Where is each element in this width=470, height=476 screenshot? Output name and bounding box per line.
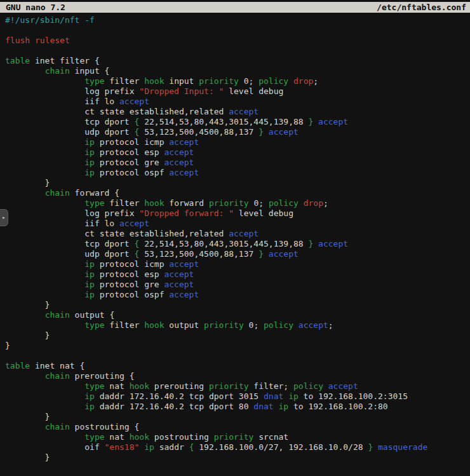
code-token: srcnat — [253, 432, 288, 442]
code-token: } — [5, 178, 50, 187]
code-token — [5, 290, 84, 299]
code-token: priority — [204, 320, 244, 330]
code-token — [373, 442, 378, 452]
code-token: } — [5, 300, 50, 309]
code-token: tcp dport — [5, 239, 135, 248]
code-token: oif — [5, 442, 105, 452]
code-token: input { — [70, 66, 110, 76]
code-token: 0; — [239, 76, 258, 86]
code-token: masquerade — [378, 442, 427, 452]
code-line: ip protocol ospf accept — [5, 290, 470, 300]
code-token: ip — [84, 168, 95, 177]
code-line: iif lo accept — [5, 97, 470, 107]
code-token — [5, 280, 84, 289]
code-token: "Dropped Input: " — [139, 86, 224, 96]
code-token: policy — [293, 381, 323, 391]
code-token: ip — [144, 442, 154, 452]
code-token: 0; — [244, 320, 264, 330]
code-token: ; — [313, 76, 318, 86]
code-token: ip — [84, 280, 95, 289]
code-token: accept — [299, 320, 328, 330]
code-token: chain — [45, 422, 70, 432]
code-token: ip — [288, 391, 299, 401]
code-token: table — [5, 56, 30, 65]
code-token: accept — [269, 127, 299, 137]
code-token: accept — [164, 280, 194, 289]
code-line: chain prerouting { — [5, 371, 470, 381]
code-token — [293, 320, 299, 330]
code-token: type — [84, 381, 104, 391]
code-token: ip — [84, 269, 95, 279]
code-line: log prefix "Dropped Input: " level debug — [5, 86, 470, 97]
code-token: protocol ospf — [95, 168, 169, 177]
code-line: type filter hook forward priority 0; pol… — [5, 198, 470, 208]
editor-content[interactable]: #!/usr/sbin/nft -f flush ruleset table i… — [0, 13, 470, 463]
code-token: hook — [144, 76, 164, 86]
code-token: 53,123,500,4500,88,137 — [139, 127, 258, 137]
code-token: protocol icmp — [95, 259, 169, 269]
code-token: table — [5, 361, 30, 371]
code-token — [5, 147, 84, 157]
code-token: prerouting { — [70, 371, 135, 381]
code-line: } — [5, 452, 470, 463]
code-token — [5, 310, 45, 320]
code-token: filter — [105, 76, 145, 86]
code-line: table inet filter { — [5, 56, 470, 66]
code-token: ct state established,related — [5, 107, 229, 116]
code-line: udp dport { 53,123,500,4500,88,137 } acc… — [5, 127, 470, 137]
code-line: ip protocol ospf accept — [5, 168, 470, 178]
nano-titlebar: GNU nano 7.2 /etc/nftables.conf — [0, 2, 470, 13]
code-line: ip protocol icmp accept — [5, 259, 470, 269]
terminal-window: GNU nano 7.2 /etc/nftables.conf #!/usr/s… — [0, 0, 470, 476]
code-line: } — [5, 330, 470, 341]
code-line: } — [5, 178, 470, 188]
code-token — [5, 371, 45, 381]
code-token: input — [164, 76, 199, 86]
code-token: ip — [84, 290, 95, 299]
code-line: table inet nat { — [5, 361, 470, 371]
side-panel-handle[interactable]: ▸ — [0, 209, 8, 226]
code-token — [5, 432, 84, 442]
code-token: accept — [164, 158, 194, 167]
code-token: accept — [229, 229, 258, 238]
code-token: 22,514,53,80,443,3015,445,139,88 — [139, 239, 308, 248]
code-token: accept — [328, 381, 358, 391]
code-token: type — [84, 198, 104, 208]
code-token: ; — [323, 198, 328, 208]
code-token: daddr 172.16.40.2 tcp dport 80 — [95, 402, 253, 411]
code-line: ip protocol gre accept — [5, 280, 470, 290]
code-token: ip — [84, 391, 95, 401]
code-token: dnat — [253, 402, 273, 411]
code-token: ip — [84, 147, 95, 157]
code-token: accept — [169, 137, 199, 147]
code-token: ip — [84, 402, 95, 411]
code-token: to 192.168.100.2:3015 — [299, 391, 408, 401]
code-token — [323, 381, 328, 391]
code-token — [5, 137, 84, 147]
code-token: 192.168.100.0/27, 192.168.10.0/28 — [194, 442, 368, 452]
code-token: level debug — [234, 208, 293, 218]
code-token: to 192.168.100.2:80 — [288, 402, 388, 411]
code-token: accept — [269, 249, 299, 259]
code-token: filter; — [249, 381, 293, 391]
code-token: level debug — [224, 86, 283, 96]
code-token — [5, 158, 84, 167]
code-token: forward — [164, 198, 208, 208]
code-token — [288, 76, 293, 86]
code-line: ip daddr 172.16.40.2 tcp dport 80 dnat i… — [5, 402, 470, 412]
code-token: chain — [45, 310, 70, 320]
code-token: accept — [169, 259, 199, 269]
code-token: accept — [169, 168, 199, 177]
code-token: filter — [105, 320, 145, 330]
code-line: ip protocol gre accept — [5, 158, 470, 168]
code-token: saddr — [154, 442, 189, 452]
expand-arrow-icon: ▸ — [2, 215, 5, 221]
code-token: protocol gre — [95, 158, 164, 167]
code-token: ip — [84, 158, 95, 167]
code-token: postrouting — [149, 432, 214, 442]
code-token — [264, 127, 269, 137]
code-token — [5, 381, 84, 391]
code-token — [5, 168, 84, 177]
code-token: chain — [45, 66, 70, 76]
code-token: policy — [258, 76, 288, 86]
